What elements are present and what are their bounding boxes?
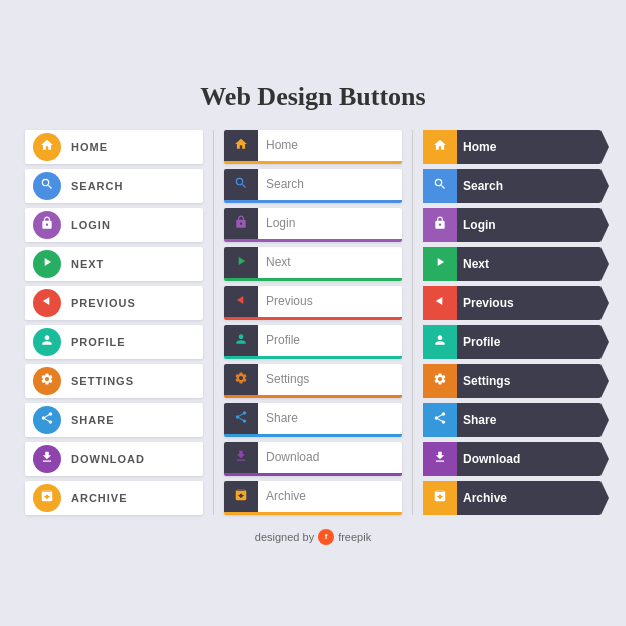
- btn-style1-previous[interactable]: PREVIOUS: [25, 286, 203, 320]
- btn-style3-search[interactable]: Search: [423, 169, 601, 203]
- btn-style2-home[interactable]: Home: [224, 130, 402, 164]
- brand-logo: f: [318, 529, 334, 545]
- btn-style3-home[interactable]: Home: [423, 130, 601, 164]
- btn-style1-next[interactable]: NEXT: [25, 247, 203, 281]
- col-style1: HOME SEARCH LOGIN NEXT PREVIOUS: [25, 130, 203, 515]
- btn-style3-profile[interactable]: Profile: [423, 325, 601, 359]
- footer: designed by f freepik: [23, 529, 603, 545]
- page-title: Web Design Buttons: [23, 82, 603, 112]
- btn-style2-settings[interactable]: Settings: [224, 364, 402, 398]
- btn-style3-settings[interactable]: Settings: [423, 364, 601, 398]
- btn-style3-next[interactable]: Next: [423, 247, 601, 281]
- columns: HOME SEARCH LOGIN NEXT PREVIOUS: [23, 130, 603, 515]
- btn-style2-profile[interactable]: Profile: [224, 325, 402, 359]
- btn-style3-login[interactable]: Login: [423, 208, 601, 242]
- separator2: [412, 130, 413, 515]
- btn-style1-home[interactable]: HOME: [25, 130, 203, 164]
- main-container: Web Design Buttons HOME SEARCH LOGIN: [13, 62, 613, 565]
- brand-name: freepik: [338, 531, 371, 543]
- btn-style2-login[interactable]: Login: [224, 208, 402, 242]
- separator: [213, 130, 214, 515]
- col-style2: Home Search Login Next Previous Profile …: [224, 130, 402, 515]
- btn-style3-archive[interactable]: Archive: [423, 481, 601, 515]
- btn-style2-archive[interactable]: Archive: [224, 481, 402, 515]
- col-style3: Home Search Login Next Previous Profile …: [423, 130, 601, 515]
- footer-text: designed by: [255, 531, 314, 543]
- btn-style1-settings[interactable]: SETTINGS: [25, 364, 203, 398]
- btn-style2-download[interactable]: Download: [224, 442, 402, 476]
- btn-style3-download[interactable]: Download: [423, 442, 601, 476]
- btn-style3-share[interactable]: Share: [423, 403, 601, 437]
- btn-style3-previous[interactable]: Previous: [423, 286, 601, 320]
- btn-style1-archive[interactable]: ARCHIVE: [25, 481, 203, 515]
- btn-style2-share[interactable]: Share: [224, 403, 402, 437]
- btn-style1-download[interactable]: DOWNLOAD: [25, 442, 203, 476]
- btn-style1-share[interactable]: SHARE: [25, 403, 203, 437]
- btn-style2-next[interactable]: Next: [224, 247, 402, 281]
- btn-style1-login[interactable]: LOGIN: [25, 208, 203, 242]
- btn-style1-profile[interactable]: PROFILE: [25, 325, 203, 359]
- btn-style2-previous[interactable]: Previous: [224, 286, 402, 320]
- btn-style2-search[interactable]: Search: [224, 169, 402, 203]
- btn-style1-search[interactable]: SEARCH: [25, 169, 203, 203]
